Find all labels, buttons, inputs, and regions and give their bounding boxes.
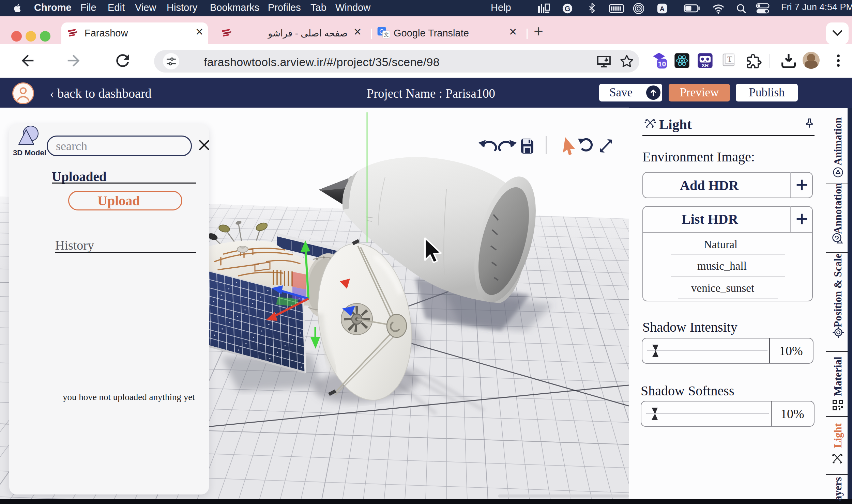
svg-text:A: A [660, 5, 665, 13]
svg-text:文: 文 [384, 32, 389, 37]
svg-text:10: 10 [658, 60, 666, 68]
svg-text:T: T [727, 54, 732, 63]
svg-text:XR: XR [701, 62, 709, 68]
svg-text:G: G [565, 5, 570, 13]
